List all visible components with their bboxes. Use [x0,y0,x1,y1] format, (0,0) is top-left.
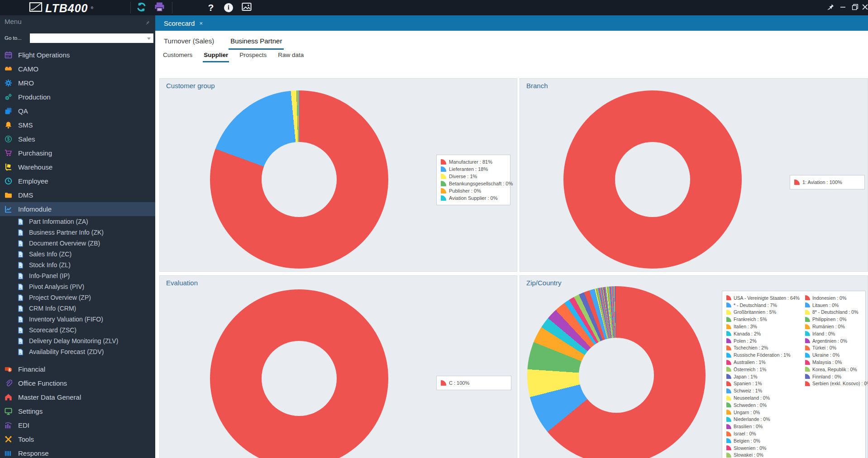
chart-panel-customer-group: Customer group Manufacturer : 81%Liefera… [159,78,517,272]
document-icon [16,283,24,291]
sidebar-item-office-functions[interactable]: Office Functions [0,376,155,390]
sidebar-item-flight-operations[interactable]: Flight Operations [0,48,155,62]
sidebar-item-response[interactable]: Response [0,446,155,458]
legend-entry: Schweiz : 1% [726,387,800,394]
chart-logo-icon [29,2,43,14]
legend-swatch-icon [726,402,731,407]
sidebar-item-financial[interactable]: $Financial [0,362,155,376]
sidebar-subitem-project-overview-zp[interactable]: Project Overview (ZP) [0,292,155,303]
legend-swatch-icon [805,317,810,322]
subtab-customers[interactable]: Customers [162,50,193,62]
legend-label: Japan : 1% [734,374,758,379]
sidebar-item-sales[interactable]: $Sales [0,132,155,146]
tabs-level2: CustomersSupplierProspectsRaw data [162,50,305,62]
sidebar-subitem-delivery-delay-monitoring-zlv[interactable]: Delivery Delay Monitoring (ZLV) [0,335,155,346]
tab-scorecard[interactable]: Scorecard × [164,15,203,31]
sidebar-item-camo[interactable]: CAMO [0,62,155,76]
legend-swatch-icon [726,310,731,315]
sidebar-item-purchasing[interactable]: Purchasing [0,146,155,160]
legend-entry: USA - Vereinigte Staaten : 64% [726,294,800,302]
sidebar-item-settings[interactable]: Settings [0,404,155,418]
legend-swatch-icon [726,438,731,443]
legend-entry: Indonesien : 0% [805,294,868,302]
legend-swatch-icon [726,317,731,322]
sidebar-item-mro[interactable]: MRO [0,76,155,90]
legend-swatch-icon [805,353,810,358]
legend-label: Slowenien : 0% [734,445,766,451]
close-tab-icon[interactable]: × [199,20,203,27]
chart-legend: 1: Aviation : 100% [790,175,865,189]
tools-icon [4,435,12,444]
legend-label: Australien : 1% [734,359,766,365]
legend-entry: Finnland : 0% [805,373,868,380]
sidebar-subitem-pivot-analysis-piv[interactable]: Pivot Analysis (PIV) [0,281,155,292]
legend-entry: Ukraine : 0% [805,351,868,359]
sidebar-item-production[interactable]: Production [0,90,155,104]
legend-swatch-icon [726,381,731,386]
tab-turnover-sales[interactable]: Turnover (Sales) [162,34,216,50]
info-button[interactable]: i [220,0,237,15]
sidebar-item-label: Pivot Analysis (PIV) [29,283,84,290]
sidebar-item-warehouse[interactable]: Warehouse [0,160,155,174]
refresh-button[interactable] [133,0,149,15]
legend-entry: Philippinen : 0% [805,316,868,323]
sidebar-subitem-inventory-valuation-fifo[interactable]: Inventory Valuation (FIFO) [0,314,155,325]
tab-business-partner[interactable]: Business Partner [229,34,284,50]
close-window-button[interactable] [859,0,868,15]
document-tab-bar: Scorecard × [155,15,868,31]
sidebar-item-infomodule[interactable]: Infomodule [0,202,155,216]
sidebar-subitem-document-overview-zb[interactable]: Document Overview (ZB) [0,238,155,249]
sidebar-subitem-business-partner-info-zk[interactable]: Business Partner Info (ZK) [0,227,155,238]
svg-text:$: $ [7,137,10,142]
subtab-supplier[interactable]: Supplier [203,50,229,62]
donut-chart [527,286,706,458]
sidebar-subitem-crm-info-crm[interactable]: CRM Info (CRM) [0,303,155,314]
sidebar-item-employee[interactable]: Employee [0,174,155,188]
sidebar-subitem-availability-forecast-zdv[interactable]: Availability Forecast (ZDV) [0,346,155,357]
help-button[interactable]: ? [203,0,219,15]
legend-label: Frankreich : 5% [734,316,767,322]
sidebar-subitem-scorecard-zsc[interactable]: Scorecard (ZSC) [0,325,155,335]
legend-swatch-icon [726,424,731,429]
donut-chart [210,90,388,269]
subtab-prospects[interactable]: Prospects [238,50,267,62]
goto-row: Go to... [0,33,155,44]
legend-entry: Publisher : 0% [441,187,513,194]
sidebar-item-edi[interactable]: EDI [0,418,155,432]
sidebar-item-label: Production [18,93,51,101]
sidebar-item-dms[interactable]: DMS [0,188,155,202]
sidebar-item-sms[interactable]: SMS [0,118,155,132]
sidebar-item-label: Business Partner Info (ZK) [29,229,104,236]
legend-label: Indonesien : 0% [812,295,846,301]
legend-entry: Neuseeland : 0% [726,394,800,401]
logo-registered-mark: ® [91,6,93,10]
chart-panel-zip-country: Zip/Country USA - Vereinigte Staaten : 6… [520,275,868,458]
monitor-icon [4,407,12,416]
screenshot-button[interactable] [238,0,255,15]
document-icon [16,239,24,247]
pin-window-button[interactable] [825,0,836,15]
legend-swatch-icon [726,417,731,422]
legend-label: Österreich : 1% [734,367,766,372]
app-title: LTB400 [45,2,88,14]
legend-entry: Lieferanten : 18% [441,165,513,173]
sidebar-item-label: Sales Info (ZC) [29,250,72,258]
print-button[interactable] [151,0,167,15]
legend-swatch-icon [726,331,731,336]
legend-entry: Serbien (exkl. Kosovo) : 0% [805,380,868,387]
legend-entry: Litauen : 0% [805,302,868,309]
sidebar-item-master-data-general[interactable]: Master Data General [0,390,155,404]
gear-icon [4,79,12,87]
goto-combobox[interactable] [30,33,153,43]
sidebar-subitem-sales-info-zc[interactable]: Sales Info (ZC) [0,249,155,260]
sidebar-subitem-part-information-za[interactable]: Part Information (ZA) [0,216,155,227]
legend-entry: Manufacturer : 81% [441,158,513,165]
sidebar-item-tools[interactable]: Tools [0,432,155,446]
sidebar-subitem-stock-info-zl[interactable]: Stock Info (ZL) [0,260,155,270]
subtab-raw-data[interactable]: Raw data [277,50,305,62]
pin-sidebar-icon[interactable] [145,19,150,27]
minimize-button[interactable] [837,0,849,15]
sidebar-item-label: Response [18,449,49,457]
sidebar-subitem-info-panel-ip[interactable]: Info-Panel (IP) [0,270,155,281]
sidebar-item-qa[interactable]: QA [0,104,155,118]
